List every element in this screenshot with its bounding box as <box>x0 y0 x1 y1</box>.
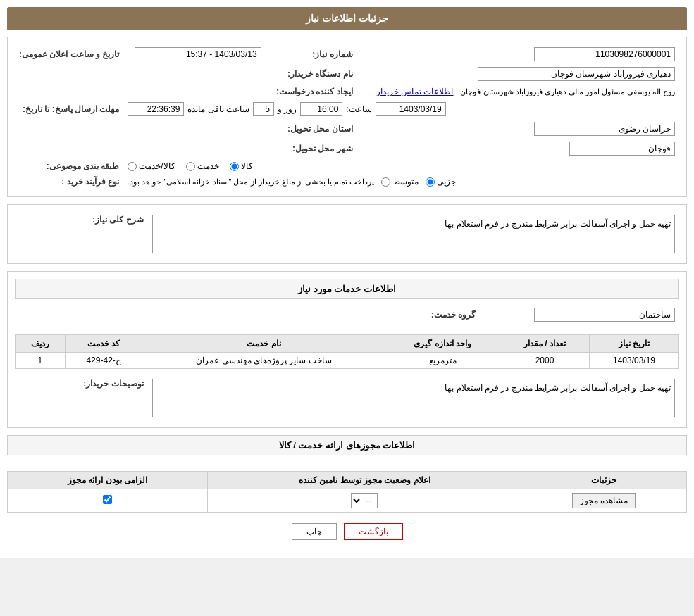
page-wrapper: جزئیات اطلاعات نیاز 1103098276000001 شما… <box>0 0 694 558</box>
perm-joziyat-cell: مشاهده مجوز <box>521 489 687 513</box>
perm-elzam-cell <box>8 489 208 513</box>
perm-col-joziyat: جزئیات <box>521 472 687 489</box>
radio-kala-khadamat: کالا/خدمت <box>128 161 175 171</box>
permissions-title: اطلاعات مجوزهای ارائه خدمت / کالا <box>7 435 687 455</box>
roz-label: روز و <box>278 104 297 114</box>
saat-label: ساعت: <box>346 104 371 114</box>
col-kod-khadamat: کد خدمت <box>65 335 142 353</box>
shahr-value: فوچان <box>569 142 675 156</box>
radio-kala-input[interactable] <box>230 162 239 171</box>
kala-label: کالا <box>241 161 253 171</box>
farayand-note: پرداخت تمام یا بخشی از مبلغ خریدار از مح… <box>128 177 374 187</box>
tarikh-elan-label: تاریخ و ساعت اعلان عمومی: <box>15 44 123 64</box>
print-button[interactable]: چاپ <box>292 523 337 540</box>
ostan-value: خراسان رضوی <box>534 122 675 136</box>
cell-nam-khadamat: ساخت سایر پروژه‌های مهندسی عمران <box>142 353 385 369</box>
radio-khadamat-input[interactable] <box>186 162 195 171</box>
col-vahed: واحد اندازه گیری <box>385 335 500 353</box>
table-row: 1403/03/19 2000 مترمربع ساخت سایر پروژه‌… <box>16 353 679 369</box>
ostan-label: استان محل تحویل: <box>266 119 357 139</box>
shahr-label: شهر محل تحویل: <box>266 139 357 158</box>
cell-tarikh: 1403/03/19 <box>589 353 678 369</box>
sharh-koli-value: تهیه حمل و اجرای آسفالت برابر شرایط مندر… <box>445 219 671 229</box>
cell-kod-khadamat: ج-42-429 <box>65 353 142 369</box>
tosifat-box: تهیه حمل و اجرای آسفالت برابر شرایط مندر… <box>152 379 675 417</box>
col-tarikh: تاریخ نیاز <box>589 335 678 353</box>
shomare-niaz-label: شماره نیاز: <box>266 44 357 64</box>
ijad-konande-label: ایجاد کننده درخواست: <box>266 84 357 99</box>
radio-kala-khadamat-input[interactable] <box>128 162 137 171</box>
perm-elam-cell: -- <box>208 489 521 513</box>
baghimande-label: ساعت باقی مانده <box>187 104 249 114</box>
col-nam-khadamat: نام خدمت <box>142 335 385 353</box>
cell-radif: 1 <box>16 353 66 369</box>
mohlat-ersal-label: مهلت ارسال پاسخ: تا تاریخ: <box>15 99 123 119</box>
back-button[interactable]: بازگشت <box>344 523 403 540</box>
radio-khadamat: خدمت <box>186 161 219 171</box>
perm-row: مشاهده مجوز -- <box>8 489 687 513</box>
jozee-label: جزیی <box>437 177 456 187</box>
saat-value: 16:00 <box>300 102 342 116</box>
taeife-label: طبقه بندی موضوعی: <box>15 158 123 174</box>
radio-motavasset-input[interactable] <box>381 177 390 187</box>
group-khadamat-value: ساختمان <box>534 308 675 322</box>
tosifat-value: تهیه حمل و اجرای آسفالت برابر شرایط مندر… <box>445 383 671 393</box>
motavasset-label: متوسط <box>392 177 419 187</box>
col-radif: ردیف <box>16 335 66 353</box>
group-khadamat-table: ساختمان گروه خدمت: <box>15 305 679 325</box>
group-khadamat-label: گروه خدمت: <box>347 305 481 325</box>
khadamat-section: اطلاعات خدمات مورد نیاز ساختمان گروه خدم… <box>7 271 687 428</box>
perm-col-elzam: الزامی بودن ارائه مجوز <box>8 472 208 489</box>
services-table: تاریخ نیاز تعداد / مقدار واحد اندازه گیر… <box>15 334 679 369</box>
sharh-koli-box: تهیه حمل و اجرای آسفالت برابر شرایط مندر… <box>152 215 675 253</box>
ijad-konande-value: روح اله یوسفی مسئول امور مالی دهیاری فیر… <box>460 87 675 96</box>
main-header: جزئیات اطلاعات نیاز <box>7 7 687 30</box>
permissions-section: اطلاعات مجوزهای ارائه خدمت / کالا جزئیات… <box>7 435 687 513</box>
top-info-section: 1103098276000001 شماره نیاز: 1403/03/13 … <box>7 37 687 197</box>
cell-tedad: 2000 <box>500 353 590 369</box>
noe-farayand-label: نوع فرآیند خرید : <box>15 174 123 189</box>
nam-dastgah-value: دهیاری فیروزاباد شهرستان فوچان <box>478 67 675 81</box>
info-table-top: 1103098276000001 شماره نیاز: 1403/03/13 … <box>15 44 679 189</box>
radio-kala: کالا <box>230 161 253 171</box>
cell-vahed: مترمربع <box>385 353 500 369</box>
perm-col-elam: اعلام وضعیت مجوز توسط نامین کننده <box>208 472 521 489</box>
kala-khadamat-label: کالا/خدمت <box>139 161 175 171</box>
etelaaat-tamas-link[interactable]: اطلاعات تماس خریدار <box>376 87 454 96</box>
sharh-koli-section: تهیه حمل و اجرای آسفالت برابر شرایط مندر… <box>7 204 687 264</box>
baghimande-value: 22:36:39 <box>128 102 184 116</box>
tosifat-table: تهیه حمل و اجرای آسفالت برابر شرایط مندر… <box>15 376 679 420</box>
tarikh-value: 1403/03/19 <box>376 102 446 116</box>
sharh-koli-label: شرح کلی نیاز: <box>15 212 148 256</box>
radio-jozee-input[interactable] <box>426 177 435 187</box>
shomare-niaz-value: 1103098276000001 <box>534 47 675 61</box>
taeife-radio-group: کالا/خدمت خدمت کالا <box>128 161 675 171</box>
elam-select[interactable]: -- <box>351 493 378 508</box>
tarikh-elan-value: 1403/03/13 - 15:37 <box>135 47 261 61</box>
khadamat-title: اطلاعات خدمات مورد نیاز <box>15 279 679 299</box>
khadamat-label: خدمت <box>197 161 219 171</box>
nam-dastgah-label: نام دستگاه خریدار: <box>266 64 357 84</box>
view-mojuz-button[interactable]: مشاهده مجوز <box>572 493 636 508</box>
permissions-table: جزئیات اعلام وضعیت مجوز توسط نامین کننده… <box>7 471 687 513</box>
radio-jozee: جزیی <box>426 177 456 187</box>
tosifat-label: توصیحات خریدار: <box>15 376 148 420</box>
col-tedad: تعداد / مقدار <box>500 335 590 353</box>
roz-value: 5 <box>253 102 274 116</box>
header-title: جزئیات اطلاعات نیاز <box>306 13 388 24</box>
elzam-checkbox[interactable] <box>103 495 112 504</box>
footer-buttons: بازگشت چاپ <box>7 523 687 551</box>
radio-motavasset: متوسط <box>381 177 419 187</box>
sharh-koli-table: تهیه حمل و اجرای آسفالت برابر شرایط مندر… <box>15 212 679 256</box>
